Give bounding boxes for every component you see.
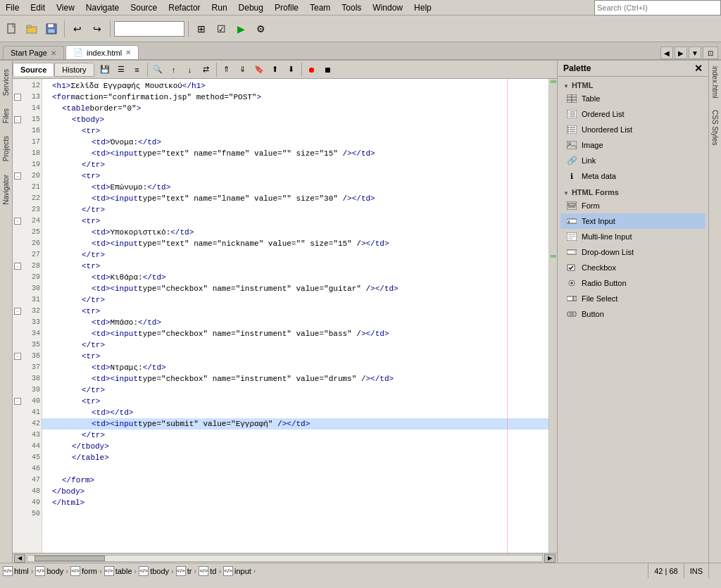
code-line-15: <tbody> [42,114,548,125]
ed-btn-search[interactable]: 🔍 [150,62,165,77]
navigator-tab[interactable]: Navigator [1,169,11,211]
image-icon [566,139,577,151]
fold-icon-28[interactable]: - [14,263,21,270]
menu-edit[interactable]: Edit [25,1,51,14]
undo-button[interactable]: ↩ [68,20,87,38]
palette-item-link[interactable]: 🔗 Link [560,153,706,168]
tab-start-page[interactable]: Start Page ✕ [3,46,64,59]
ed-btn-bookmark[interactable]: 🔖 [251,62,267,77]
h-scroll-track[interactable] [27,555,543,562]
search-input[interactable] [594,0,721,15]
fold-icon-32[interactable]: - [14,308,21,315]
breadcrumb-form[interactable]: form [82,567,97,575]
ed-btn-diff-prev[interactable]: ⇑ [219,62,234,77]
palette-item-table[interactable]: Table [560,91,706,106]
ed-btn-save[interactable]: 💾 [97,62,113,77]
palette-item-text-input[interactable]: Text Input [560,213,706,229]
debug-button[interactable]: ⚙ [251,20,270,38]
ed-btn-bookmark-prev[interactable]: ⬆ [268,62,283,77]
fold-icon-24[interactable]: - [14,218,21,225]
palette-item-radio[interactable]: Radio Button [560,275,706,291]
menu-run[interactable]: Run [206,1,233,14]
ed-btn-search-prev[interactable]: ↑ [166,62,182,77]
run-button[interactable]: ▶ [232,20,250,38]
services-tab[interactable]: Services [1,63,11,101]
fold-icon-20[interactable]: - [14,173,21,180]
menu-tools[interactable]: Tools [336,1,367,14]
menu-window[interactable]: Window [367,1,408,14]
tab-nav-close[interactable]: ⊡ [703,46,718,59]
palette-item-multiline[interactable]: Multi-line Input [560,229,706,244]
menu-file[interactable]: File [0,1,25,14]
save-button[interactable] [42,20,61,38]
palette-item-image[interactable]: Image [560,137,706,153]
breadcrumb-tbody[interactable]: tbody [150,567,169,575]
ed-btn-search-next[interactable]: ↓ [182,62,198,77]
tab-start-page-close[interactable]: ✕ [51,49,56,57]
tab-nav-right[interactable]: ▶ [675,46,687,59]
breadcrumb-td[interactable]: td [210,567,216,575]
breadcrumb-arrow-3: › [99,567,102,575]
menu-help[interactable]: Help [408,1,437,14]
h-scroll-thumb[interactable] [35,556,105,561]
tab-nav-down[interactable]: ▼ [689,46,701,59]
radio-icon [566,277,577,289]
fold-icon-15[interactable]: - [14,116,21,123]
menu-profile[interactable]: Profile [269,1,304,14]
menu-debug[interactable]: Debug [233,1,269,14]
palette-item-metadata[interactable]: ℹ Meta data [560,168,706,184]
menu-view[interactable]: View [51,1,80,14]
projects-tab[interactable]: Projects [1,130,11,167]
redo-button[interactable]: ↪ [88,20,106,38]
ed-btn-bookmark-next[interactable]: ⬇ [284,62,299,77]
tab-index-html[interactable]: 📄 index.html ✕ [65,45,139,59]
open-button[interactable] [23,20,41,38]
ed-btn-options[interactable]: ☰ [113,62,129,77]
breadcrumb-form-icon: </> [70,566,80,576]
palette-item-checkbox[interactable]: Checkbox [560,260,706,275]
code-editor[interactable]: <h1>Σελίδα Εγγραφής Μουσικού</h1><form a… [42,79,548,553]
menu-source[interactable]: Source [125,1,163,14]
context-input[interactable] [114,21,184,37]
scroll-right-btn[interactable]: ▶ [544,554,556,563]
check-button[interactable]: ☑ [212,20,230,38]
palette-item-ordered-list[interactable]: 1.2.3. Ordered List [560,106,706,122]
palette-section-forms-header[interactable]: HTML Forms [560,187,706,198]
breadcrumb-body[interactable]: body [46,567,63,575]
menu-team[interactable]: Team [304,1,336,14]
history-tab[interactable]: History [54,63,94,77]
format-button[interactable]: ⊞ [192,20,211,38]
scroll-left-btn[interactable]: ◀ [14,554,25,563]
palette-close[interactable]: ✕ [694,63,703,74]
css-styles-tab[interactable]: CSS Styles [710,104,720,151]
breadcrumb-html[interactable]: html [14,567,29,575]
palette-item-unordered-list[interactable]: Unordered List [560,122,706,137]
fold-icon-13[interactable]: - [14,94,21,101]
index-html-tab[interactable]: index.html [710,61,720,104]
fold-icon-36[interactable]: - [14,353,21,360]
menu-refactor[interactable]: Refactor [163,1,206,14]
palette-item-dropdown[interactable]: Drop-down List [560,244,706,260]
ed-btn-diff-next[interactable]: ⇓ [235,62,251,77]
breadcrumb-input[interactable]: input [234,567,251,575]
palette-item-button[interactable]: OK Button [560,306,706,322]
tab-nav-left[interactable]: ◀ [660,46,673,59]
breadcrumb-tr[interactable]: tr [187,567,192,575]
fold-icon-40[interactable]: - [14,398,21,405]
palette-item-form[interactable]: Form [560,198,706,213]
new-button[interactable] [3,20,21,38]
horizontal-scrollbar[interactable]: ◀ ▶ [13,553,557,563]
link-icon: 🔗 [566,155,577,166]
palette-section-html-header[interactable]: HTML [560,80,706,91]
ed-btn-toggle[interactable]: ≡ [130,62,145,77]
ed-btn-replace[interactable]: ⇄ [199,62,214,77]
ed-btn-stop[interactable]: ⏹ [320,62,336,77]
source-tab[interactable]: Source [13,63,54,76]
code-line-31: </tr> [42,294,548,306]
tab-index-html-close[interactable]: ✕ [125,49,131,56]
menu-navigate[interactable]: Navigate [80,1,125,14]
files-tab[interactable]: Files [1,103,11,129]
ed-btn-record[interactable]: ⏺ [304,62,320,77]
palette-item-file-select[interactable]: File Select [560,291,706,306]
breadcrumb-table[interactable]: table [115,567,132,575]
